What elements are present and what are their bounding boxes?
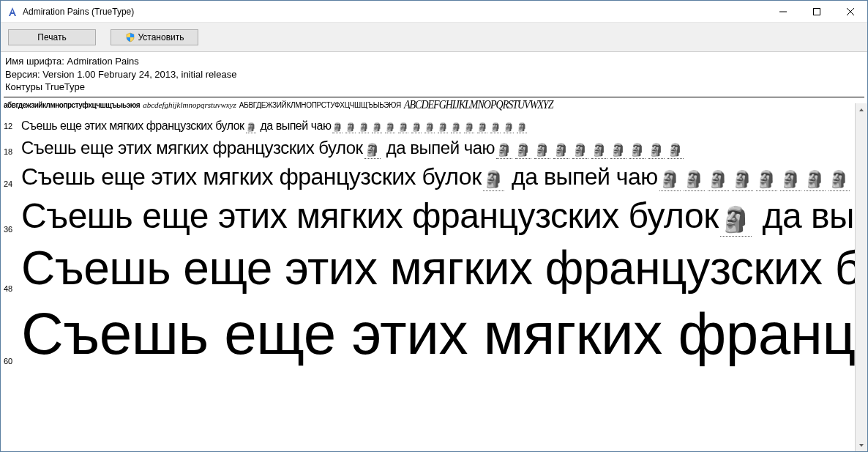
decorative-glyph <box>372 119 382 133</box>
sample-size-label: 36 <box>4 225 21 237</box>
alphabet-uppercase-lat: ABCDEFGHIJKLMNOPQRSTUVWXYZ <box>404 97 553 111</box>
sample-row: 48Съешь еще этих мягких французских було… <box>4 241 864 296</box>
decorative-glyph <box>591 138 607 159</box>
install-button-label: Установить <box>138 32 184 42</box>
decorative-glyph <box>504 119 514 133</box>
window-title: Admiration Pains (TrueType) <box>23 7 134 17</box>
decorative-glyph <box>345 119 356 133</box>
scroll-track[interactable] <box>856 116 867 439</box>
print-button[interactable]: Печать <box>8 29 96 45</box>
decorative-glyph <box>451 119 461 133</box>
decorative-glyph <box>572 138 588 159</box>
vertical-scrollbar[interactable] <box>855 103 867 451</box>
sample-row: 12Съешь еще этих мягких французских було… <box>4 119 864 133</box>
font-version-line: Версия: Version 1.00 February 24, 2013, … <box>5 68 863 81</box>
decorative-glyph <box>667 138 684 159</box>
alphabet-lowercase-lat: abcdefghijklmnopqrstuvwxyz <box>143 100 236 109</box>
decorative-glyph <box>424 119 435 133</box>
maximize-button[interactable] <box>800 1 834 22</box>
print-button-label: Печать <box>37 32 66 42</box>
decorative-glyph <box>684 163 705 191</box>
decorative-glyph <box>385 119 395 133</box>
decorative-glyph <box>515 138 531 159</box>
decorative-glyph <box>708 163 729 191</box>
minimize-button[interactable] <box>766 1 800 22</box>
alphabet-row: абвгдежзийклмнопрстуфхцчшщъыьэюя abcdefg… <box>1 97 867 119</box>
uac-shield-icon <box>125 32 135 42</box>
sample-size-label: 18 <box>4 147 21 159</box>
window-controls <box>766 1 867 22</box>
decorative-glyph <box>517 119 527 133</box>
decorative-glyph <box>534 138 550 159</box>
sample-text: Съешь еще этих мягких французских булок … <box>21 138 685 159</box>
alphabet-uppercase-cyr: АБВГДЕЖЗИЙКЛМНОПРСТУФХЦЧШЩЪЫЬЭЮЯ <box>239 101 401 109</box>
decorative-glyph <box>648 138 665 159</box>
sample-size-label: 24 <box>4 179 21 191</box>
sample-size-label: 48 <box>4 284 21 296</box>
decorative-glyph <box>553 138 569 159</box>
decorative-glyph <box>332 119 343 133</box>
font-outlines-line: Контуры TrueType <box>5 81 863 94</box>
sample-text: Съешь еще этих мягких французских булок … <box>21 241 864 296</box>
decorative-glyph <box>610 138 626 159</box>
sample-row: 60Съешь еще этих мягких французских було… <box>4 300 864 368</box>
install-button[interactable]: Установить <box>111 29 198 45</box>
sample-text: Съешь еще этих мягких французских булок … <box>21 163 851 191</box>
decorative-glyph <box>246 119 256 133</box>
decorative-glyph <box>629 138 646 159</box>
sample-size-label: 60 <box>4 357 21 368</box>
title-bar: Admiration Pains (TrueType) <box>1 1 867 23</box>
sample-text: Съешь еще этих мягких французских булок … <box>21 119 528 133</box>
sample-row: 36Съешь еще этих мягких французских було… <box>4 196 864 237</box>
sample-row: 18Съешь еще этих мягких французских було… <box>4 138 864 159</box>
decorative-glyph <box>732 163 753 191</box>
font-name-line: Имя шрифта: Admiration Pains <box>5 55 863 68</box>
font-info: Имя шрифта: Admiration Pains Версия: Ver… <box>1 52 867 95</box>
decorative-glyph <box>496 138 512 159</box>
alphabet-lowercase-cyr: абвгдежзийклмнопрстуфхцчшщъыьэюя <box>4 101 140 109</box>
decorative-glyph <box>438 119 448 133</box>
decorative-glyph <box>659 163 681 191</box>
sample-text: Съешь еще этих мягких французских булок … <box>21 196 864 237</box>
decorative-glyph <box>398 119 408 133</box>
close-button[interactable] <box>834 1 867 22</box>
decorative-glyph <box>359 119 369 133</box>
decorative-glyph <box>477 119 487 133</box>
scroll-down-arrow[interactable] <box>856 439 867 451</box>
sample-text: Съешь еще этих мягких французских булок … <box>21 300 864 368</box>
decorative-glyph <box>804 163 826 191</box>
decorative-glyph <box>828 163 850 191</box>
sample-row: 24Съешь еще этих мягких французских було… <box>4 163 864 191</box>
decorative-glyph <box>411 119 422 133</box>
sample-list: 12Съешь еще этих мягких французских було… <box>1 119 867 373</box>
sample-size-label: 12 <box>4 122 21 133</box>
decorative-glyph <box>464 119 474 133</box>
app-icon <box>7 6 18 18</box>
svg-rect-0 <box>814 8 820 15</box>
toolbar: Печать Установить <box>1 23 867 52</box>
decorative-glyph <box>720 196 752 237</box>
scroll-up-arrow[interactable] <box>856 103 867 116</box>
decorative-glyph <box>364 138 381 159</box>
decorative-glyph <box>780 163 801 191</box>
decorative-glyph <box>756 163 777 191</box>
content-area: Имя шрифта: Admiration Pains Версия: Ver… <box>1 52 867 451</box>
decorative-glyph <box>483 163 504 191</box>
decorative-glyph <box>490 119 501 133</box>
